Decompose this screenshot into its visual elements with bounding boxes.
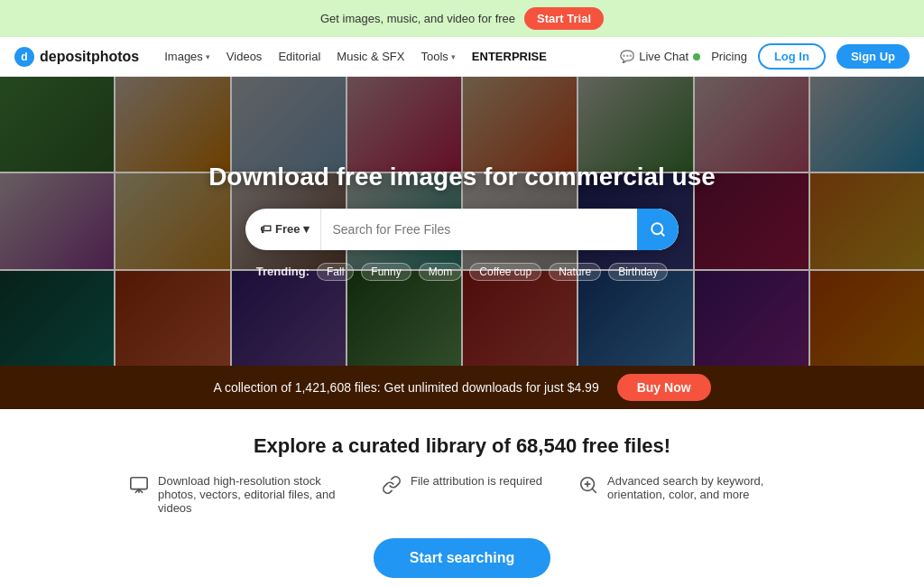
search-icon (650, 221, 666, 238)
buy-now-button[interactable]: Buy Now (617, 374, 711, 401)
nav-enterprise-label: ENTERPRISE (472, 50, 547, 63)
signup-button[interactable]: Sign Up (836, 44, 910, 69)
search-filter-button[interactable]: 🏷 Free ▾ (245, 209, 321, 250)
online-indicator (693, 53, 700, 61)
hero-content: Download free images for commercial use … (0, 162, 924, 281)
logo-text: depositphotos (40, 49, 139, 65)
chat-bubble-icon: 💬 (620, 50, 634, 63)
attribution-icon (382, 475, 402, 499)
tag-icon: 🏷 (260, 222, 272, 236)
features-section: Explore a curated library of 68,540 free… (0, 409, 924, 587)
feature-search: Advanced search by keyword, orientation,… (578, 474, 795, 501)
trending-tag-fall[interactable]: Fall (317, 263, 354, 281)
search-input[interactable] (321, 222, 637, 237)
login-button[interactable]: Log In (758, 43, 826, 70)
nav-music[interactable]: Music & SFX (329, 46, 411, 67)
promo-text: A collection of 1,421,608 files: Get unl… (213, 380, 598, 395)
nav-videos[interactable]: Videos (219, 46, 270, 67)
promo-bar: A collection of 1,421,608 files: Get unl… (0, 366, 924, 409)
nav-images[interactable]: Images ▾ (157, 46, 217, 67)
feature-attribution: File attribution is required (382, 474, 542, 499)
trending-tag-mom[interactable]: Mom (419, 263, 463, 281)
chevron-down-icon: ▾ (206, 52, 210, 61)
nav-right: 💬 Live Chat Pricing Log In Sign Up (620, 43, 910, 70)
svg-line-5 (592, 489, 596, 492)
download-icon (129, 475, 149, 499)
feature-download: Download high-resolution stock photos, v… (129, 474, 346, 515)
search-bar: 🏷 Free ▾ (245, 209, 679, 250)
advanced-search-icon (578, 475, 598, 499)
nav-links: Images ▾ Videos Editorial Music & SFX To… (157, 46, 602, 67)
nav-enterprise[interactable]: ENTERPRISE (465, 46, 554, 67)
hero-section: Download free images for commercial use … (0, 77, 924, 366)
navbar: d depositphotos Images ▾ Videos Editoria… (0, 37, 924, 77)
trending-label: Trending: (256, 265, 310, 278)
filter-chevron-icon: ▾ (303, 222, 310, 236)
trending-tag-funny[interactable]: Funny (361, 263, 411, 281)
trending-tag-nature[interactable]: Nature (549, 263, 601, 281)
nav-editorial-label: Editorial (278, 50, 320, 63)
nav-tools-label: Tools (420, 50, 448, 63)
feature-attribution-text: File attribution is required (411, 474, 542, 488)
filter-label: Free (275, 222, 300, 236)
logo[interactable]: d depositphotos (14, 47, 139, 67)
search-button[interactable] (637, 209, 679, 250)
trending-tag-birthday[interactable]: Birthday (608, 263, 668, 281)
hero-title: Download free images for commercial use (18, 162, 906, 192)
live-chat-label: Live Chat (639, 50, 688, 63)
start-searching-button[interactable]: Start searching (374, 538, 550, 578)
tools-chevron-icon: ▾ (451, 52, 456, 61)
top-banner: Get images, music, and video for free St… (0, 0, 924, 37)
logo-icon: d (14, 47, 34, 67)
start-trial-button[interactable]: Start Trial (524, 7, 604, 30)
live-chat-button[interactable]: 💬 Live Chat (620, 50, 700, 63)
nav-tools[interactable]: Tools ▾ (413, 46, 462, 67)
nav-editorial[interactable]: Editorial (271, 46, 328, 67)
banner-text: Get images, music, and video for free (320, 12, 515, 25)
features-list: Download high-resolution stock photos, v… (36, 474, 888, 515)
nav-images-label: Images (164, 50, 203, 63)
features-title: Explore a curated library of 68,540 free… (36, 434, 888, 458)
trending-tag-coffee[interactable]: Coffee cup (469, 263, 541, 281)
nav-music-label: Music & SFX (337, 50, 404, 63)
pricing-link[interactable]: Pricing (711, 50, 747, 63)
svg-rect-2 (131, 478, 147, 489)
feature-download-text: Download high-resolution stock photos, v… (158, 474, 346, 515)
feature-search-text: Advanced search by keyword, orientation,… (607, 474, 795, 501)
nav-videos-label: Videos (226, 50, 263, 63)
svg-line-1 (661, 232, 663, 235)
trending-section: Trending: Fall Funny Mom Coffee cup Natu… (18, 263, 906, 281)
